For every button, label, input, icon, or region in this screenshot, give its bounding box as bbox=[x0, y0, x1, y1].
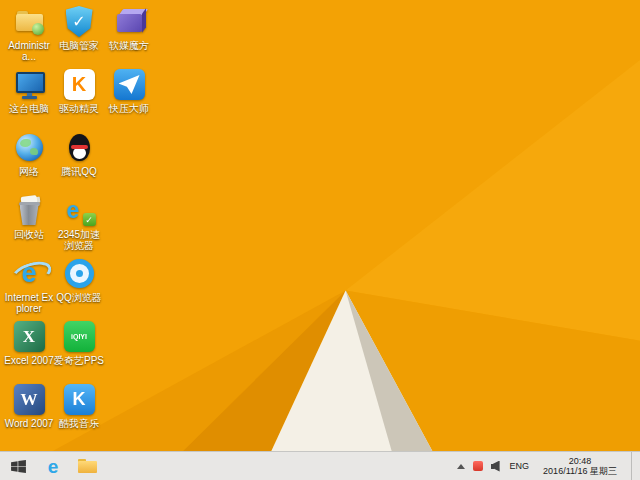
desktop-icon-label: Word 2007 bbox=[5, 418, 54, 429]
desktop-icon-label: 网络 bbox=[19, 166, 39, 177]
desktop-icon-grid: Administra... 这台电脑 网络 回收站 e Internet Exp… bbox=[4, 5, 154, 446]
show-desktop-button[interactable] bbox=[631, 452, 637, 480]
clock-date: 2016/11/16 星期三 bbox=[543, 466, 617, 476]
tray-app-icon[interactable] bbox=[473, 461, 483, 471]
desktop-icon-label: Excel 2007 bbox=[4, 355, 53, 366]
desktop-icon-label: 软媒魔方 bbox=[109, 40, 149, 51]
desktop-icon-2345-browser[interactable]: e ✓ 2345加速浏览器 bbox=[54, 194, 104, 257]
iqiyi-icon: iQIYI bbox=[63, 320, 96, 353]
system-tray: ENG 20:48 2016/11/16 星期三 bbox=[457, 452, 640, 480]
desktop-icon-network[interactable]: 网络 bbox=[4, 131, 54, 194]
desktop-icon-driver-genius[interactable]: K 驱动精灵 bbox=[54, 68, 104, 131]
desktop-icon-label: 爱奇艺PPS bbox=[54, 355, 104, 366]
cube-icon bbox=[113, 5, 146, 38]
desktop-icon-administrator[interactable]: Administra... bbox=[4, 5, 54, 68]
kite-icon bbox=[113, 68, 146, 101]
desktop-icon-excel-2007[interactable]: X Excel 2007 bbox=[4, 320, 54, 383]
user-folder-icon bbox=[13, 5, 46, 38]
globe-icon bbox=[13, 131, 46, 164]
desktop-icon-label: 驱动精灵 bbox=[59, 103, 99, 114]
desktop-icon-internet-explorer[interactable]: e Internet Explorer bbox=[4, 257, 54, 320]
k-letter-icon: K bbox=[63, 68, 96, 101]
trash-icon bbox=[13, 194, 46, 227]
show-hidden-icons-icon[interactable] bbox=[457, 464, 465, 469]
desktop-icon-label: 回收站 bbox=[14, 229, 44, 240]
desktop-icon-label: 酷我音乐 bbox=[59, 418, 99, 429]
kuwo-k-icon: K bbox=[63, 383, 96, 416]
desktop-icon-qq-browser[interactable]: QQ浏览器 bbox=[54, 257, 104, 320]
ie-icon: e bbox=[48, 457, 59, 476]
taskbar-clock[interactable]: 20:48 2016/11/16 星期三 bbox=[537, 456, 623, 476]
desktop-icon-iqiyi-pps[interactable]: iQIYI 爱奇艺PPS bbox=[54, 320, 104, 383]
desktop: Administra... 这台电脑 网络 回收站 e Internet Exp… bbox=[0, 0, 640, 480]
desktop-icon-label: 2345加速浏览器 bbox=[54, 229, 104, 251]
desktop-icon-label: 腾讯QQ bbox=[61, 166, 97, 177]
desktop-icon-kuwo-music[interactable]: K 酷我音乐 bbox=[54, 383, 104, 446]
excel-icon: X bbox=[13, 320, 46, 353]
desktop-icon-pc-manager[interactable]: ✓ 电脑管家 bbox=[54, 5, 104, 68]
ie-icon: e bbox=[13, 257, 46, 290]
desktop-icon-word-2007[interactable]: W Word 2007 bbox=[4, 383, 54, 446]
language-indicator[interactable]: ENG bbox=[510, 461, 530, 471]
start-button[interactable] bbox=[0, 452, 36, 480]
taskbar-file-explorer-button[interactable] bbox=[70, 452, 104, 480]
desktop-icon-recycle-bin[interactable]: 回收站 bbox=[4, 194, 54, 257]
desktop-icon-label: Administra... bbox=[4, 40, 54, 62]
volume-icon[interactable] bbox=[491, 461, 502, 472]
folder-icon bbox=[78, 459, 97, 473]
desktop-icon-label: QQ浏览器 bbox=[56, 292, 102, 303]
desktop-icon-label: 电脑管家 bbox=[59, 40, 99, 51]
browser-e-shield-icon: e ✓ bbox=[63, 194, 96, 227]
penguin-icon bbox=[63, 131, 96, 164]
clock-time: 20:48 bbox=[543, 456, 617, 466]
desktop-icon-tencent-qq[interactable]: 腾讯QQ bbox=[54, 131, 104, 194]
desktop-icon-label: 这台电脑 bbox=[9, 103, 49, 114]
word-icon: W bbox=[13, 383, 46, 416]
taskbar-empty-area bbox=[104, 452, 457, 480]
desktop-icon-ruanmei-mofang[interactable]: 软媒魔方 bbox=[104, 5, 154, 68]
desktop-icon-label: Internet Explorer bbox=[4, 292, 54, 314]
desktop-icon-kuaizip[interactable]: 快压大师 bbox=[104, 68, 154, 131]
desktop-icon-label: 快压大师 bbox=[109, 103, 149, 114]
taskbar-internet-explorer-button[interactable]: e bbox=[36, 452, 70, 480]
ring-icon bbox=[63, 257, 96, 290]
computer-icon bbox=[13, 68, 46, 101]
desktop-icon-this-pc[interactable]: 这台电脑 bbox=[4, 68, 54, 131]
taskbar: e ENG 20:48 2016/11/16 星期三 bbox=[0, 451, 640, 480]
windows-logo-icon bbox=[11, 460, 26, 473]
shield-icon: ✓ bbox=[63, 5, 96, 38]
